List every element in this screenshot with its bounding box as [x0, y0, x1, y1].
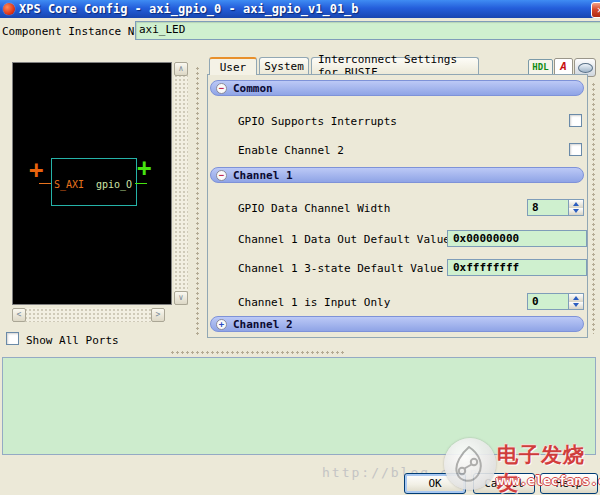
channel1-data-out-default-label: Channel 1 Data Out Default Value	[238, 233, 450, 246]
show-all-ports-checkbox[interactable]	[6, 332, 19, 345]
right-port-plus-icon[interactable]: +	[137, 156, 151, 180]
collapse-icon[interactable]: −	[216, 83, 227, 94]
section-header-channel-1[interactable]: − Channel 1	[210, 167, 584, 183]
expand-icon[interactable]: +	[216, 319, 227, 330]
tab-interconnect-settings[interactable]: Interconnect Settings for BUSIF	[311, 57, 479, 74]
channel1-data-out-default-input[interactable]: 0x00000000	[447, 230, 587, 247]
vertical-splitter[interactable]	[195, 66, 200, 336]
spinner-value[interactable]: 0	[527, 293, 568, 310]
gpio-supports-interrupts-checkbox[interactable]	[569, 114, 582, 127]
enable-channel-2-label: Enable Channel 2	[238, 144, 344, 157]
tab-user[interactable]: User	[209, 57, 257, 75]
ok-button[interactable]: OK	[404, 473, 466, 494]
description-panel	[2, 357, 596, 455]
channel1-3state-default-label: Channel 1 3-state Default Value	[238, 262, 443, 275]
help-button[interactable]: Help	[540, 473, 598, 494]
cancel-button[interactable]: Cancel	[473, 473, 535, 494]
section-title: Channel 2	[233, 318, 293, 331]
window-title: XPS Core Config - axi_gpio_0 - axi_gpio_…	[19, 2, 359, 16]
spin-down-icon[interactable]	[569, 208, 583, 216]
xps-core-config-dialog: XPS Core Config - axi_gpio_0 - axi_gpio_…	[0, 0, 600, 495]
title-bar[interactable]: XPS Core Config - axi_gpio_0 - axi_gpio_…	[0, 0, 600, 18]
right-edge-splitter[interactable]	[591, 82, 596, 334]
horizontal-splitter[interactable]	[170, 350, 345, 355]
spinner-value[interactable]: 8	[527, 199, 568, 216]
preview-vertical-scrollbar[interactable]: ∧ ∨	[174, 62, 188, 305]
speech-bubble-icon	[578, 63, 593, 73]
scroll-down-icon[interactable]: ∨	[174, 291, 188, 305]
channel1-is-input-only-spinner[interactable]: 0	[527, 293, 584, 310]
close-button[interactable]: ✕	[591, 2, 600, 18]
scroll-up-icon[interactable]: ∧	[174, 62, 188, 76]
component-instance-name-label: Component Instance Name	[2, 25, 154, 38]
right-port-stub	[135, 183, 147, 184]
tab-system[interactable]: System	[259, 57, 309, 74]
section-title: Channel 1	[233, 169, 293, 182]
scroll-right-icon[interactable]: >	[151, 308, 165, 322]
enable-channel-2-checkbox[interactable]	[569, 143, 582, 156]
section-title: Common	[233, 82, 273, 95]
component-instance-name-input[interactable]: axi_LED	[135, 21, 600, 40]
gpio-data-channel-width-label: GPIO Data Channel Width	[238, 202, 390, 215]
preview-horizontal-scrollbar[interactable]: < >	[12, 308, 165, 322]
port-label-s-axi: S_AXI	[54, 179, 84, 190]
gpio-data-channel-width-spinner[interactable]: 8	[527, 199, 584, 216]
channel1-is-input-only-label: Channel 1 is Input Only	[238, 296, 390, 309]
left-port-plus-icon[interactable]: +	[29, 158, 43, 182]
port-label-gpio-o: gpio_O	[96, 179, 132, 190]
app-icon	[3, 3, 15, 15]
core-preview-canvas: + + S_AXI gpio_O	[12, 62, 172, 305]
section-header-channel-2[interactable]: + Channel 2	[210, 316, 584, 332]
collapse-icon[interactable]: −	[216, 170, 227, 181]
gpio-supports-interrupts-label: GPIO Supports Interrupts	[238, 115, 397, 128]
scroll-left-icon[interactable]: <	[12, 308, 26, 322]
left-port-stub	[39, 183, 51, 184]
section-header-common[interactable]: − Common	[210, 80, 584, 96]
show-all-ports-label: Show All Ports	[26, 334, 119, 347]
channel1-3state-default-input[interactable]: 0xffffffff	[447, 259, 587, 276]
spin-up-icon[interactable]	[569, 294, 583, 302]
spin-up-icon[interactable]	[569, 200, 583, 208]
spin-down-icon[interactable]	[569, 302, 583, 310]
